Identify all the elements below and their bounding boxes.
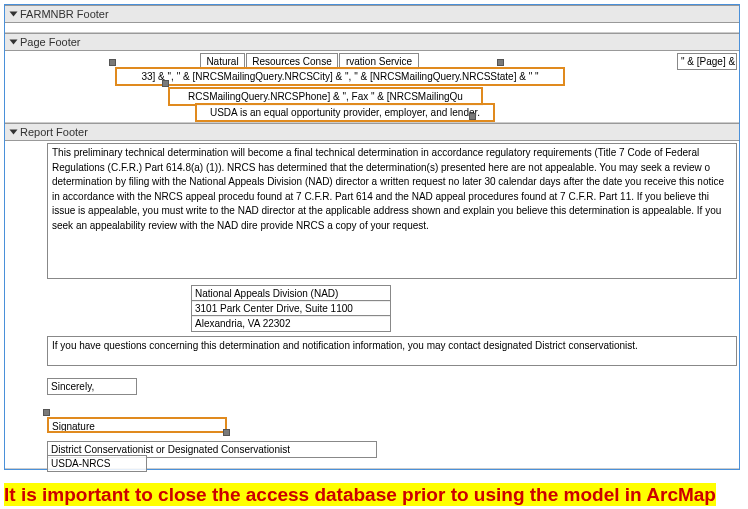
section-body-farmnbr[interactable] xyxy=(5,23,739,33)
section-label: Page Footer xyxy=(20,36,81,48)
label-nad3[interactable]: Alexandria, VA 22302 xyxy=(191,315,391,332)
textbox-pagenum[interactable]: " & [Page] & xyxy=(677,53,737,70)
section-header-reportfooter[interactable]: Report Footer xyxy=(5,123,739,141)
section-label: FARMNBR Footer xyxy=(20,8,109,20)
report-designer[interactable]: FARMNBR Footer Page Footer Natural Resou… xyxy=(4,4,740,470)
textbox-signature[interactable]: Signature xyxy=(47,417,227,433)
selection-handle[interactable] xyxy=(162,80,169,87)
section-label: Report Footer xyxy=(20,126,88,138)
section-header-pagefooter[interactable]: Page Footer xyxy=(5,33,739,51)
warning-highlight: It is important to close the access data… xyxy=(4,483,716,506)
textbox-nrcs-address[interactable]: 33] & ", " & [NRCSMailingQuery.NRCSCity]… xyxy=(115,67,565,86)
section-body-reportfooter[interactable]: This preliminary technical determination… xyxy=(5,141,739,469)
label-usda-equal[interactable]: USDA is an equal opportunity provider, e… xyxy=(195,103,495,122)
selection-handle[interactable] xyxy=(43,409,50,416)
selection-handle[interactable] xyxy=(223,429,230,436)
label-dc2[interactable]: USDA-NRCS xyxy=(47,455,147,472)
section-body-pagefooter[interactable]: Natural Resources Conse rvation Service … xyxy=(5,51,739,123)
textbox-questions[interactable]: If you have questions concerning this de… xyxy=(47,336,737,366)
section-header-farmnbr[interactable]: FARMNBR Footer xyxy=(5,5,739,23)
selection-handle[interactable] xyxy=(497,59,504,66)
selection-handle[interactable] xyxy=(469,113,476,120)
label-sincerely[interactable]: Sincerely, xyxy=(47,378,137,395)
selection-handle[interactable] xyxy=(109,59,116,66)
warning-text: It is important to close the access data… xyxy=(4,484,744,506)
textbox-body[interactable]: This preliminary technical determination… xyxy=(47,143,737,279)
